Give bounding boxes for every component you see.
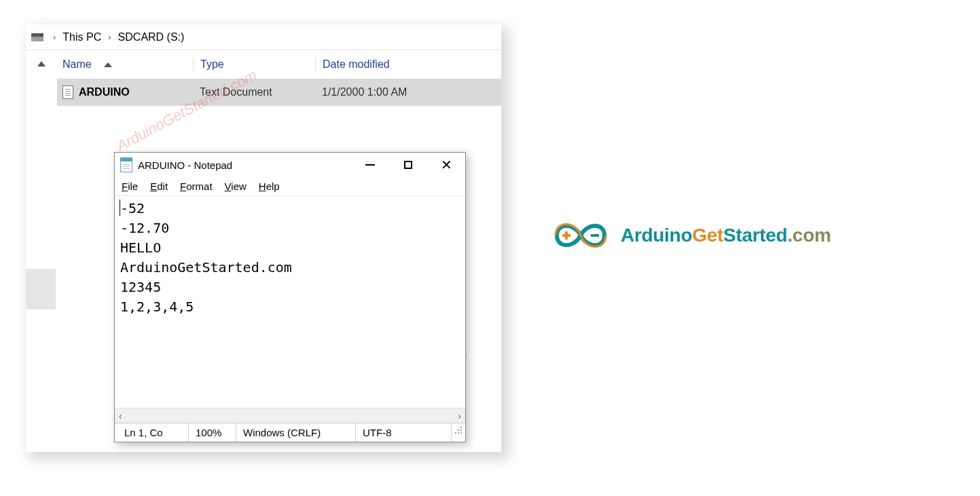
status-encoding: UTF-8 xyxy=(355,423,451,442)
editor-line: -52 xyxy=(120,199,460,218)
file-date: 1/1/2000 1:00 AM xyxy=(315,86,501,98)
titlebar[interactable]: ARDUINO - Notepad ✕ xyxy=(115,153,465,177)
editor-line: HELLO xyxy=(120,238,460,258)
editor-area[interactable]: -52 -12.70 HELLO ArduinoGetStarted.com 1… xyxy=(115,196,465,408)
close-button[interactable]: ✕ xyxy=(427,153,465,177)
brand-get: Get xyxy=(692,225,723,246)
breadcrumb-root[interactable]: This PC xyxy=(62,31,101,43)
menubar[interactable]: File Edit Format View Help xyxy=(115,177,465,196)
notepad-window: ARDUINO - Notepad ✕ File Edit Format Vie… xyxy=(114,152,466,442)
chevron-right-icon: › xyxy=(50,32,58,42)
infinity-logo-icon xyxy=(543,210,618,261)
scroll-left-icon[interactable]: ‹ xyxy=(119,411,122,421)
column-type[interactable]: Type xyxy=(200,58,224,71)
column-date[interactable]: Date modified xyxy=(323,58,390,71)
notepad-icon xyxy=(120,157,132,172)
column-headers[interactable]: Name Type Date modified xyxy=(57,50,501,79)
file-row[interactable]: ARDUINO Text Document 1/1/2000 1:00 AM xyxy=(57,79,501,106)
editor-line: 12345 xyxy=(120,278,460,297)
maximize-button[interactable] xyxy=(389,153,427,177)
scroll-thumb[interactable] xyxy=(26,269,56,309)
chevron-right-icon: › xyxy=(105,32,113,42)
brand-dotcom: .com xyxy=(787,225,831,246)
window-title: ARDUINO - Notepad xyxy=(138,159,232,171)
file-name: ARDUINO xyxy=(79,86,130,98)
text-cursor xyxy=(120,199,120,216)
brand-started: Started xyxy=(723,225,787,246)
menu-edit[interactable]: Edit xyxy=(150,180,168,192)
scroll-right-icon[interactable]: › xyxy=(458,411,461,421)
menu-view[interactable]: View xyxy=(225,180,247,192)
sort-ascending-icon xyxy=(104,62,112,67)
chevron-up-icon[interactable] xyxy=(37,61,46,66)
breadcrumb[interactable]: › This PC › SDCARD (S:) xyxy=(26,24,501,50)
status-eol: Windows (CRLF) xyxy=(236,423,355,442)
menu-format[interactable]: Format xyxy=(180,180,213,192)
status-zoom: 100% xyxy=(188,423,236,442)
horizontal-scrollbar[interactable]: ‹ › xyxy=(115,408,465,423)
explorer-gutter xyxy=(26,50,57,452)
menu-file[interactable]: File xyxy=(122,180,138,192)
brand-arduino: Arduino xyxy=(621,225,692,246)
text-file-icon xyxy=(62,85,73,99)
editor-line: -12.70 xyxy=(120,218,460,238)
editor-line: ArduinoGetStarted.com xyxy=(120,258,460,278)
breadcrumb-leaf[interactable]: SDCARD (S:) xyxy=(118,31,185,43)
file-type: Text Document xyxy=(193,86,315,98)
brand-text: ArduinoGetStarted.com xyxy=(621,225,831,246)
menu-help[interactable]: Help xyxy=(259,180,280,192)
minimize-button[interactable] xyxy=(351,153,389,177)
editor-line: 1,2,3,4,5 xyxy=(120,297,460,317)
column-name[interactable]: Name xyxy=(62,58,92,71)
drive-icon xyxy=(31,33,43,41)
status-position: Ln 1, Co xyxy=(115,423,188,442)
resize-grip-icon[interactable] xyxy=(451,423,465,442)
brand-logo-block: ArduinoGetStarted.com xyxy=(543,210,831,261)
statusbar: Ln 1, Co 100% Windows (CRLF) UTF-8 xyxy=(115,423,465,442)
